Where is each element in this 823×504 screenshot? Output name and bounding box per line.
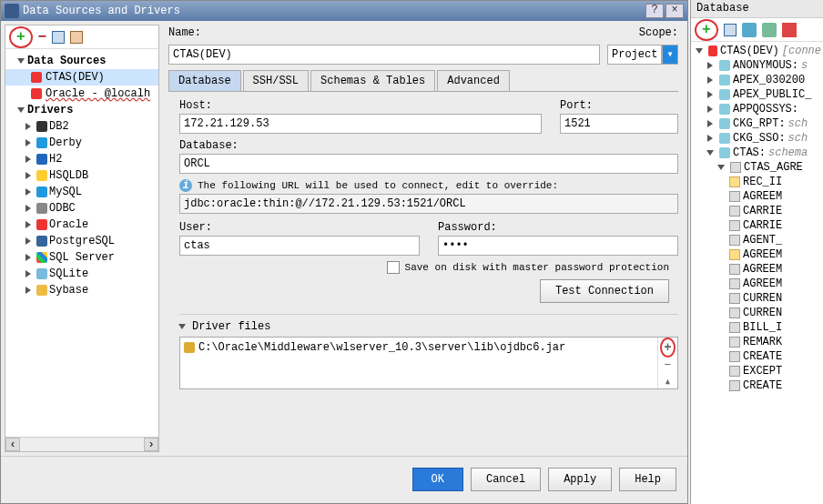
tree-column[interactable]: AGENT_ bbox=[691, 233, 823, 247]
properties-icon[interactable] bbox=[762, 23, 777, 37]
expand-icon bbox=[25, 172, 31, 179]
column-icon bbox=[729, 278, 740, 289]
drivers-section[interactable]: Drivers bbox=[5, 102, 158, 118]
tree-driver-item[interactable]: PostgreSQL bbox=[5, 233, 158, 249]
tree-driver-item[interactable]: MySQL bbox=[5, 184, 158, 200]
tree-driver-item[interactable]: Sybase bbox=[5, 282, 158, 298]
tab-ssh-ssl[interactable]: SSH/SSL bbox=[243, 70, 309, 91]
tree-driver-item[interactable]: ODBC bbox=[5, 200, 158, 217]
remove-driver-button[interactable]: − bbox=[664, 358, 673, 373]
test-connection-button[interactable]: Test Connection bbox=[540, 279, 669, 303]
dialog-title: Data Sources and Drivers bbox=[23, 5, 645, 17]
column-icon bbox=[729, 380, 740, 391]
column-icon bbox=[729, 293, 740, 304]
move-up-button[interactable]: ▴ bbox=[664, 373, 673, 389]
ok-button[interactable]: OK bbox=[412, 468, 463, 491]
tree-table[interactable]: CTAS_AGRE bbox=[691, 160, 823, 175]
tree-column[interactable]: REC_II bbox=[691, 175, 823, 189]
tree-column[interactable]: CURREN bbox=[691, 291, 823, 306]
apply-button[interactable]: Apply bbox=[548, 468, 612, 491]
driver-files-list: C:\Oracle\Middleware\wlserver_10.3\serve… bbox=[179, 337, 678, 389]
user-input[interactable] bbox=[179, 236, 420, 256]
tree-driver-item[interactable]: SQL Server bbox=[5, 249, 158, 266]
tree-schema[interactable]: APEX_030200 bbox=[691, 73, 823, 87]
db-icon bbox=[36, 268, 47, 279]
horizontal-scrollbar[interactable]: ‹ › bbox=[5, 437, 158, 451]
tree-driver-item[interactable]: DB2 bbox=[5, 118, 158, 135]
scroll-right-icon[interactable]: › bbox=[144, 438, 158, 451]
add-button[interactable]: + bbox=[702, 22, 711, 38]
expand-icon bbox=[25, 123, 31, 130]
tree-column[interactable]: AGREEM bbox=[691, 262, 823, 277]
port-input[interactable] bbox=[560, 114, 678, 134]
refresh-icon[interactable] bbox=[742, 23, 757, 37]
column-icon bbox=[729, 191, 740, 202]
db-icon bbox=[36, 186, 47, 197]
tree-column[interactable]: CURREN bbox=[691, 306, 823, 320]
database-tree: CTAS(DEV) [conne ANONYMOUS: sAPEX_030200… bbox=[691, 42, 823, 395]
column-icon bbox=[729, 176, 740, 187]
tab-database[interactable]: Database bbox=[168, 70, 241, 91]
copy-icon[interactable] bbox=[724, 24, 737, 36]
scroll-left-icon[interactable]: ‹ bbox=[5, 438, 20, 451]
tree-schema[interactable]: ANONYMOUS: s bbox=[691, 58, 823, 73]
copy-icon[interactable] bbox=[52, 31, 65, 44]
cancel-button[interactable]: Cancel bbox=[471, 468, 541, 491]
url-input[interactable] bbox=[179, 194, 678, 214]
tree-schema[interactable]: APPQOSSYS: bbox=[691, 102, 823, 116]
tree-driver-item[interactable]: Oracle bbox=[5, 217, 158, 233]
tree-schema[interactable]: APEX_PUBLIC_ bbox=[691, 87, 823, 102]
tab-schemas-tables[interactable]: Schemas & Tables bbox=[310, 70, 435, 91]
tree-datasource[interactable]: CTAS(DEV) [conne bbox=[691, 44, 823, 58]
expand-icon bbox=[25, 221, 31, 228]
tree-column[interactable]: REMARK bbox=[691, 335, 823, 349]
tree-datasource-item[interactable]: CTAS(DEV) bbox=[5, 69, 158, 86]
tree-datasource-item[interactable]: Oracle - @localh bbox=[5, 86, 158, 102]
expand-icon bbox=[25, 270, 31, 277]
column-icon bbox=[729, 366, 740, 377]
tree-schema[interactable]: CTAS: schema bbox=[691, 146, 823, 160]
datasources-section[interactable]: Data Sources bbox=[5, 53, 158, 69]
column-icon bbox=[729, 307, 740, 318]
tree-column[interactable]: EXCEPT bbox=[691, 364, 823, 378]
tree-column[interactable]: CREATE bbox=[691, 378, 823, 393]
settings-icon[interactable] bbox=[70, 31, 83, 44]
tree-driver-item[interactable]: H2 bbox=[5, 151, 158, 167]
tree-column[interactable]: AGREEM bbox=[691, 189, 823, 204]
scope-dropdown-icon[interactable]: ▾ bbox=[662, 45, 678, 65]
db-icon bbox=[36, 285, 47, 296]
add-datasource-button[interactable]: + bbox=[16, 29, 25, 45]
tree-column[interactable]: CARRIE bbox=[691, 204, 823, 218]
driver-file-item[interactable]: C:\Oracle\Middleware\wlserver_10.3\serve… bbox=[184, 341, 654, 354]
scope-select[interactable] bbox=[607, 45, 662, 65]
host-label: Host: bbox=[179, 99, 542, 112]
tree-driver-item[interactable]: HSQLDB bbox=[5, 167, 158, 184]
title-bar[interactable]: Data Sources and Drivers ? × bbox=[1, 1, 687, 21]
close-icon[interactable]: × bbox=[666, 4, 684, 18]
expand-icon[interactable] bbox=[178, 324, 186, 329]
tree-schema[interactable]: CKG_RPT: sch bbox=[691, 116, 823, 131]
name-label: Name: bbox=[168, 26, 214, 39]
add-driver-button[interactable]: + bbox=[663, 339, 672, 356]
password-input[interactable] bbox=[438, 236, 678, 256]
remove-datasource-button[interactable]: − bbox=[38, 29, 47, 45]
tree-column[interactable]: BILL_I bbox=[691, 320, 823, 335]
tree-column[interactable]: AGREEM bbox=[691, 277, 823, 291]
expand-icon bbox=[696, 48, 703, 54]
tree-column[interactable]: CARRIE bbox=[691, 218, 823, 233]
tree-schema[interactable]: CKG_SSO: sch bbox=[691, 131, 823, 146]
save-password-checkbox[interactable] bbox=[387, 261, 400, 274]
name-input[interactable] bbox=[168, 45, 600, 65]
help-button[interactable]: Help bbox=[619, 468, 676, 491]
stop-icon[interactable] bbox=[782, 23, 797, 37]
tree-column[interactable]: CREATE bbox=[691, 349, 823, 364]
window-help-icon[interactable]: ? bbox=[645, 4, 664, 18]
database-input[interactable] bbox=[179, 154, 678, 174]
password-label: Password: bbox=[438, 221, 678, 234]
tab-advanced[interactable]: Advanced bbox=[437, 70, 510, 91]
tree-column[interactable]: AGREEM bbox=[691, 247, 823, 262]
db-icon bbox=[36, 236, 47, 247]
host-input[interactable] bbox=[179, 114, 542, 134]
tree-driver-item[interactable]: SQLite bbox=[5, 266, 158, 282]
tree-driver-item[interactable]: Derby bbox=[5, 135, 158, 151]
